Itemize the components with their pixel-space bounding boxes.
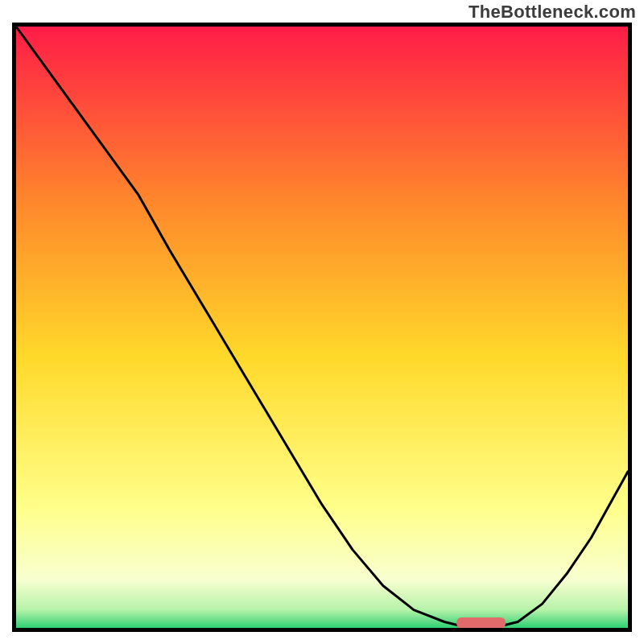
watermark-text: TheBottleneck.com — [469, 2, 636, 23]
plot-svg — [16, 27, 628, 628]
chart-canvas: TheBottleneck.com — [0, 0, 644, 644]
plot-frame — [12, 23, 632, 632]
gradient-background — [16, 27, 628, 628]
optimal-range-marker — [456, 617, 506, 628]
